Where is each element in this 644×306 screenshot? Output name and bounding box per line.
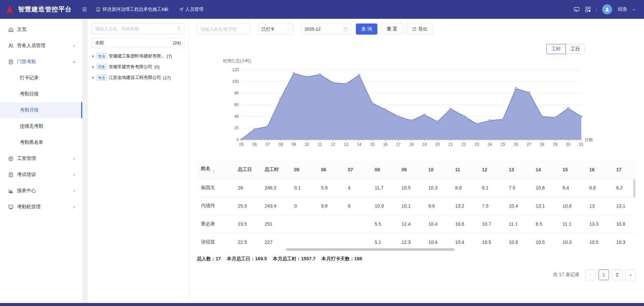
cell-day-hours: 9.6	[424, 197, 451, 215]
tree-expand-icon[interactable]	[92, 65, 95, 69]
data-point	[450, 108, 451, 110]
apps-grid-icon[interactable]	[585, 6, 591, 12]
column-header-name[interactable]: 姓名▲▼	[197, 161, 234, 179]
sidebar-item-label: 门禁考勤	[17, 59, 69, 65]
sidebar-item-attendance-machine[interactable]: 考勤机管理	[0, 199, 82, 215]
pagination-prev-button[interactable]: ‹	[585, 269, 596, 280]
data-point	[424, 114, 425, 116]
horizontal-scrollbar[interactable]	[197, 248, 636, 251]
horizontal-scrollbar-thumb[interactable]	[286, 248, 454, 251]
nav-personnel-label: 人员管理	[185, 6, 204, 12]
search-icon[interactable]	[177, 26, 181, 31]
unit-toggle-row: 工时工日	[197, 44, 636, 54]
column-header-day: 07	[344, 161, 371, 179]
table-scroll-area[interactable]: 姓名▲▼总工日总工时05060708091011121314151617杨国太2…	[197, 161, 636, 247]
sidebar-item-report-center[interactable]: 报表中心	[0, 183, 82, 199]
org-search-input[interactable]	[92, 23, 184, 34]
toggle-work-hours[interactable]: 工时	[546, 44, 566, 54]
cell-total-days: 22.5	[234, 233, 261, 247]
org-all-row[interactable]: 全部 (24)	[92, 38, 184, 48]
report-icon	[8, 188, 14, 194]
cell-total-days: 26	[234, 179, 261, 197]
cell-day-hours: 7.5	[478, 197, 505, 215]
sidebar-subitem-monthly-report[interactable]: 考勤月报	[0, 102, 82, 118]
sidebar-subitem-daily-report[interactable]: 考勤日报	[0, 86, 82, 102]
cell-day-hours: 10.4	[451, 233, 478, 247]
query-button[interactable]: 查 询	[356, 24, 377, 35]
sidebar-subitem-clock-records[interactable]: 打卡记录	[0, 70, 82, 86]
month-picker[interactable]: 2025-12	[301, 24, 351, 35]
pagination-page-1[interactable]: 1	[598, 269, 609, 280]
org-tree-item[interactable]: 专业江苏金地建设工程有限公司(17)	[92, 72, 184, 83]
data-point	[240, 138, 242, 140]
pagination-page-2[interactable]: 2	[612, 269, 623, 280]
sidebar-item-access-attendance[interactable]: 门禁考勤	[0, 54, 82, 70]
sidebar-item-label: 考勤机管理	[17, 204, 69, 210]
data-point	[384, 108, 386, 110]
org-tree-item[interactable]: 专业安徽建工集团蚌埠建材有限...(7)	[92, 51, 184, 61]
data-point	[476, 123, 478, 125]
column-header-day: 15	[558, 161, 585, 179]
sidebar-item-salary-management[interactable]: 工资管理	[0, 150, 82, 167]
cell-day-hours: 10.8	[612, 215, 636, 233]
export-button[interactable]: 导出	[407, 24, 433, 35]
sidebar-item-exam-training[interactable]: 考试培训	[0, 167, 82, 183]
company-count: (0)	[154, 64, 160, 70]
clock-status-value: 已打卡	[262, 26, 275, 32]
cell-day-hours: 4	[344, 179, 371, 197]
user-menu-chevron-icon[interactable]	[632, 8, 636, 11]
user-avatar[interactable]	[602, 4, 612, 14]
vertical-scrollbar-thumb[interactable]	[633, 179, 635, 198]
cell-day-hours: 13.1	[532, 197, 558, 215]
cell-day-hours: 10.5	[585, 233, 612, 247]
x-axis-tick-label: 26	[514, 142, 519, 147]
machine-icon	[8, 204, 14, 210]
project-selector[interactable]: 怀洪新河治理工程总承包施工6标	[96, 6, 169, 12]
x-axis-tick-label: 22	[462, 142, 466, 147]
org-all-label: 全部	[95, 40, 104, 46]
clock-status-select[interactable]: 已打卡	[258, 24, 293, 35]
org-tree-item[interactable]: 劳务安徽常建劳务有限公司(0)	[92, 61, 184, 72]
company-type-tag: 专业	[97, 53, 107, 59]
chevron-down-icon	[72, 173, 76, 177]
cell-day-hours: 10.5	[532, 233, 558, 247]
cell-day-hours	[344, 215, 371, 233]
cell-day-hours: 10.9	[505, 233, 532, 247]
x-axis-tick-label: 20	[435, 142, 440, 147]
cell-day-hours: 13.3	[585, 215, 612, 233]
pagination-next-button[interactable]: ›	[625, 269, 636, 280]
data-point	[554, 117, 556, 119]
collapse-menu-icon[interactable]	[82, 7, 87, 12]
sidebar-item-labor-management[interactable]: 劳务人员管理	[0, 38, 82, 54]
chevron-down-icon	[72, 189, 76, 193]
cell-day-hours: 8.8	[451, 179, 478, 197]
sort-icon[interactable]: ▲▼	[212, 169, 215, 173]
name-search-input[interactable]	[197, 24, 250, 35]
data-point	[411, 120, 412, 121]
x-axis-tick-label: 31	[579, 142, 584, 147]
org-all-count: (24)	[173, 40, 181, 45]
sidebar-subitem-continuous-absence[interactable]: 连续无考勤	[0, 118, 82, 134]
user-name[interactable]: 邱浩	[618, 6, 627, 12]
data-point	[332, 82, 334, 84]
cell-day-hours: 10.9	[371, 197, 397, 215]
company-name: 江苏金地建设工程有限公司	[109, 75, 161, 81]
header-left: 智慧建造管控平台 怀洪新河治理工程总承包施工6标 人员管理	[5, 4, 574, 14]
data-point	[293, 73, 294, 74]
sidebar-item-home[interactable]: 主页	[0, 21, 82, 38]
y-axis-tick-label: 40	[234, 114, 239, 119]
sidebar-subitem-attendance-blacklist[interactable]: 考勤黑名单	[0, 134, 82, 150]
x-axis-tick-label: 23	[475, 142, 479, 147]
tree-expand-icon[interactable]	[92, 55, 95, 58]
cell-day-hours: 9.9	[317, 197, 344, 215]
cell-day-hours: 10.4	[424, 215, 451, 233]
toggle-work-days[interactable]: 工日	[566, 44, 585, 54]
tree-expand-icon[interactable]	[92, 76, 95, 79]
screen-monitor-icon[interactable]	[574, 6, 580, 12]
nav-personnel-management[interactable]: 人员管理	[179, 6, 204, 12]
summary-item: 本月总工时：1557.7	[273, 256, 316, 262]
cell-day-hours: 10.3	[558, 233, 585, 247]
y-axis-tick-label: 100	[232, 79, 239, 84]
x-axis-tick-label: 29	[553, 142, 557, 147]
reset-button[interactable]: 重 置	[381, 24, 403, 35]
